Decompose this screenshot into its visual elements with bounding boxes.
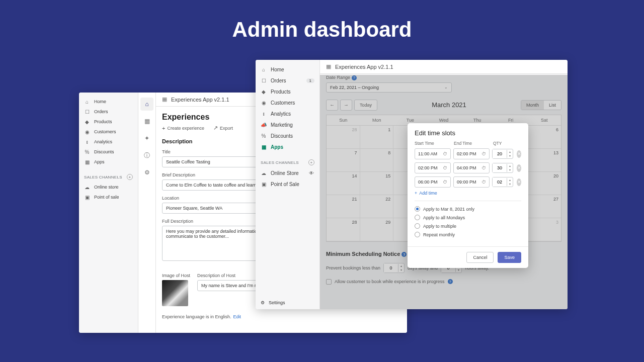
nav-discounts[interactable]: %Discounts [256,130,319,141]
modal-title: Edit time slots [408,123,528,141]
cancel-button[interactable]: Cancel [466,252,494,263]
orders-badge: 1 [306,78,314,83]
nav-analytics[interactable]: ⫾Analytics [256,108,319,119]
nav-marketing[interactable]: 📣Marketing [256,119,319,130]
stepper-down-icon[interactable]: ▾ [507,182,513,186]
start-time-input[interactable]: 11:00 AM⏱ [415,148,451,159]
nav-online-store[interactable]: ☁Online Store👁 [256,167,319,178]
gear-icon: ⚙ [261,300,265,305]
nav-pos[interactable]: ▣Point of Sale [256,178,319,190]
eye-icon[interactable]: 👁 [308,170,314,176]
edit-time-slots-modal: Edit time slots Start Time End Time QTY … [408,123,528,268]
user-icon: ◉ [84,129,90,135]
plus-icon: + [162,125,165,131]
nav-label: Products [271,89,290,95]
sales-channels-header: SALES CHANNELS+ [256,152,319,167]
add-time-button[interactable]: +Add time [415,191,521,196]
page-title: Experiences [162,113,209,122]
nav-pos[interactable]: ▣Point of sale [79,192,138,202]
nav-label: Point of sale [94,195,119,200]
tab-info-icon[interactable]: ⓘ [140,149,153,162]
topbar: ▦ Experiences App v2.1.1 [320,60,568,74]
icon-tabs: ⌂ ▦ ✦ ⓘ ⚙ [138,93,156,333]
tab-home-icon[interactable]: ⌂ [140,98,153,111]
nav-label: Discounts [271,133,293,139]
tab-gear-icon[interactable]: ⚙ [140,166,153,179]
stepper-up-icon[interactable]: ▴ [507,178,513,182]
nav-label: Home [94,99,106,104]
sidebar: ⌂Home ☐Orders ◆Products ◉Customers ⫾Anal… [79,93,138,333]
end-time-input[interactable]: 04:00 PM⏱ [453,162,490,173]
delete-slot-button[interactable]: ✕ [517,150,521,158]
stepper-down-icon[interactable]: ▾ [507,154,513,158]
nav-label: Analytics [271,111,291,117]
create-experience-button[interactable]: +Create experience [162,125,204,131]
apply-repeat-radio[interactable]: Repeat monthly [415,232,521,237]
sidebar: ⌂Home ☐Orders1 ◆Products ◉Customers ⫾Ana… [256,60,320,309]
nav-home[interactable]: ⌂Home [79,97,138,107]
end-time-input[interactable]: 02:00 PM⏱ [453,148,490,159]
apply-multi-radio[interactable]: Apply to multiple [415,223,521,229]
home-icon: ⌂ [261,66,267,72]
start-time-input[interactable]: 06:00 PM⏱ [415,176,451,188]
user-icon: ◉ [261,100,267,106]
app-icon: ▦ [162,96,167,103]
language-note: Experience language is in English.Edit [162,314,401,319]
nav-orders[interactable]: ☐Orders1 [256,75,319,86]
tab-bulb-icon[interactable]: ✦ [140,132,153,145]
delete-slot-button[interactable]: ✕ [517,164,521,172]
stepper-up-icon[interactable]: ▴ [507,150,513,154]
end-time-input[interactable]: 09:00 PM⏱ [453,176,490,188]
delete-slot-button[interactable]: ✕ [517,178,521,186]
add-channel-icon[interactable]: + [127,174,133,180]
apps-icon: ▦ [261,144,267,150]
stepper-up-icon[interactable]: ▴ [507,164,513,168]
host-image[interactable] [162,280,188,306]
store-icon: ☁ [84,184,90,190]
nav-discounts[interactable]: %Discounts [79,147,138,157]
clock-icon: ⏱ [443,151,447,156]
qty-input[interactable]: ▴▾ [492,177,513,187]
nav-products[interactable]: ◆Products [256,86,319,97]
nav-apps[interactable]: ▦Apps [79,157,138,167]
apply-all-radio[interactable]: Apply to all Mondays [415,215,521,220]
nav-label: Online Store [271,170,299,176]
tab-grid-icon[interactable]: ▦ [140,115,153,128]
start-time-input[interactable]: 02:00 PM⏱ [415,162,451,173]
save-button[interactable]: Save [498,252,521,263]
nav-label: Apps [271,144,283,150]
slot-headers: Start Time End Time QTY [415,141,521,146]
nav-products[interactable]: ◆Products [79,117,138,127]
qty-input[interactable]: ▴▾ [492,149,513,159]
clock-icon: ⏱ [481,151,486,156]
nav-label: Orders [271,78,286,83]
stepper-down-icon[interactable]: ▾ [507,168,513,172]
nav-settings[interactable]: ⚙Settings [261,300,285,305]
discount-icon: % [261,133,267,139]
clock-icon: ⏱ [443,165,447,170]
apply-date-radio[interactable]: Apply to Mar 8, 2021 only [415,206,521,212]
nav-label: Analytics [94,139,112,144]
nav-customers[interactable]: ◉Customers [256,97,319,108]
edit-language-link[interactable]: Edit [233,314,242,319]
nav-online-store[interactable]: ☁Online store [79,182,138,192]
discount-icon: % [84,149,90,155]
nav-apps[interactable]: ▦Apps [256,141,319,152]
nav-label: Point of Sale [271,182,299,187]
tag-icon: ◆ [261,88,267,95]
nav-label: Products [94,119,112,124]
store-icon: ☁ [261,170,267,176]
home-icon: ⌂ [84,99,90,105]
add-channel-icon[interactable]: + [308,159,314,165]
nav-customers[interactable]: ◉Customers [79,127,138,137]
nav-analytics[interactable]: ⫾Analytics [79,137,138,147]
chart-icon: ⫾ [261,111,267,117]
orders-icon: ☐ [261,77,267,83]
clock-icon: ⏱ [481,165,486,170]
nav-orders[interactable]: ☐Orders [79,107,138,117]
nav-home[interactable]: ⌂Home [256,64,319,75]
host-img-label: Image of Host [162,273,190,278]
hero-title: Admin dashboard [0,0,644,42]
export-button[interactable]: ↗Export [213,125,233,131]
qty-input[interactable]: ▴▾ [492,163,513,173]
